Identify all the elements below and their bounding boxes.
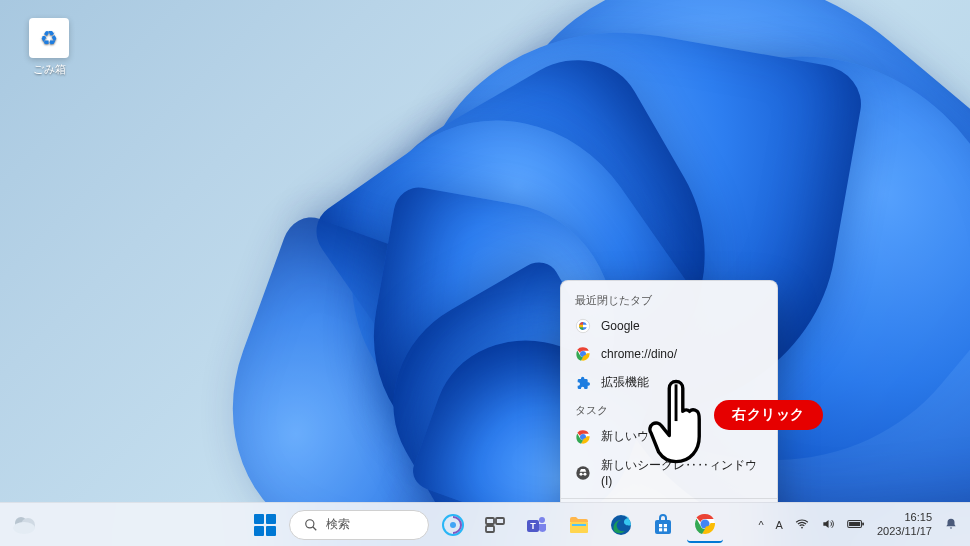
ime-indicator[interactable]: A (776, 519, 783, 531)
teams-icon: T (525, 513, 549, 537)
svg-rect-39 (862, 522, 864, 525)
svg-point-7 (584, 472, 587, 475)
volume-icon[interactable] (821, 517, 835, 533)
svg-point-16 (13, 522, 35, 534)
microsoft-store-button[interactable] (645, 507, 681, 543)
wifi-icon[interactable] (795, 517, 809, 533)
google-icon (575, 318, 591, 334)
svg-rect-40 (849, 521, 860, 525)
desktop-wallpaper (0, 0, 970, 546)
system-tray: ^ A 16:15 2023/11/17 (758, 511, 958, 539)
chrome-taskbar-button[interactable] (687, 507, 723, 543)
menu-divider (561, 498, 777, 499)
svg-rect-32 (664, 524, 667, 527)
start-button[interactable] (247, 507, 283, 543)
jump-list-item-google[interactable]: Google (561, 312, 777, 340)
recycle-bin[interactable]: ごみ箱 (22, 18, 76, 77)
recycle-bin-icon (29, 18, 69, 58)
annotation-right-click-label: 右クリック (714, 400, 823, 430)
jump-list-item-extensions[interactable]: 拡張機能 (561, 368, 777, 397)
svg-point-17 (306, 519, 314, 527)
svg-rect-27 (570, 522, 588, 533)
widgets-button[interactable] (10, 510, 40, 540)
task-view-button[interactable] (477, 507, 513, 543)
chrome-icon (693, 512, 717, 536)
svg-text:T: T (530, 521, 536, 531)
chrome-icon (575, 346, 591, 362)
clock-date: 2023/11/17 (877, 525, 932, 539)
battery-icon[interactable] (847, 517, 865, 533)
jump-list-item-dino[interactable]: chrome://dino/ (561, 340, 777, 368)
svg-rect-21 (486, 518, 494, 524)
file-explorer-icon (567, 513, 591, 537)
jump-list-item-new-incognito[interactable]: 新しいシークレ‥‥ィンドウ(I) (561, 451, 777, 494)
svg-point-6 (580, 472, 583, 475)
svg-rect-23 (486, 526, 494, 532)
search-placeholder: 検索 (326, 516, 350, 533)
task-view-icon (483, 513, 507, 537)
file-explorer-button[interactable] (561, 507, 597, 543)
chrome-icon (575, 429, 591, 445)
store-icon (651, 513, 675, 537)
svg-rect-33 (659, 528, 662, 531)
incognito-icon (575, 465, 591, 481)
copilot-button[interactable] (435, 507, 471, 543)
svg-point-26 (539, 517, 545, 523)
extension-icon (575, 375, 591, 391)
svg-rect-8 (582, 474, 583, 475)
edge-button[interactable] (603, 507, 639, 543)
svg-rect-31 (659, 524, 662, 527)
svg-point-37 (801, 526, 803, 528)
search-icon (304, 518, 318, 532)
jump-list-item-label: 新しいシークレ‥‥ィンドウ(I) (601, 457, 763, 488)
svg-point-5 (576, 466, 589, 479)
svg-rect-34 (664, 528, 667, 531)
svg-rect-22 (496, 518, 504, 524)
taskbar-search[interactable]: 検索 (289, 510, 429, 540)
windows-logo-icon (254, 514, 276, 536)
edge-icon (609, 513, 633, 537)
svg-point-20 (450, 522, 456, 528)
svg-rect-28 (572, 524, 586, 526)
recycle-bin-label: ごみ箱 (22, 62, 76, 77)
tray-overflow-chevron-icon[interactable]: ^ (758, 519, 763, 531)
jump-list-item-label: 新しいウ (601, 428, 649, 445)
clock[interactable]: 16:15 2023/11/17 (877, 511, 932, 539)
notifications-icon[interactable] (944, 517, 958, 533)
teams-button[interactable]: T (519, 507, 555, 543)
jump-list-section-recent: 最近閉じたタブ (561, 287, 777, 312)
copilot-icon (441, 513, 465, 537)
svg-line-18 (313, 526, 317, 530)
jump-list-item-label: Google (601, 319, 640, 333)
jump-list-item-label: chrome://dino/ (601, 347, 677, 361)
clock-time: 16:15 (877, 511, 932, 525)
taskbar: 検索 T ^ A (0, 502, 970, 546)
svg-rect-30 (655, 520, 671, 534)
jump-list-item-label: 拡張機能 (601, 374, 649, 391)
